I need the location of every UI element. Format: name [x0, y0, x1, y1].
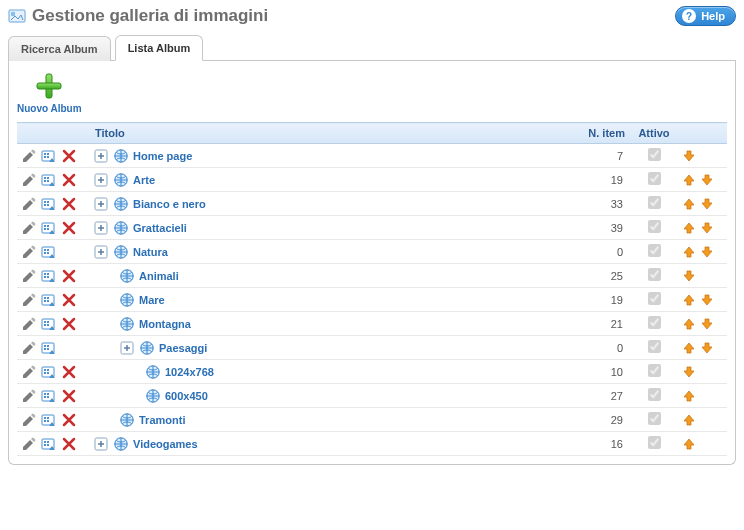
- expand-icon[interactable]: [93, 196, 109, 212]
- album-link[interactable]: Home page: [133, 150, 192, 162]
- table-row: 600x45027: [17, 384, 727, 408]
- properties-icon[interactable]: [41, 268, 57, 284]
- album-link[interactable]: Bianco e nero: [133, 198, 206, 210]
- properties-icon[interactable]: [41, 388, 57, 404]
- properties-icon[interactable]: [41, 364, 57, 380]
- expand-icon[interactable]: [119, 340, 135, 356]
- properties-icon[interactable]: [41, 292, 57, 308]
- move-up-icon[interactable]: [681, 316, 697, 332]
- delete-icon[interactable]: [61, 388, 77, 404]
- album-link[interactable]: Grattacieli: [133, 222, 187, 234]
- album-table: Titolo N. item Attivo Home page7Arte19Bi…: [17, 122, 727, 456]
- n-item-value: 19: [571, 288, 631, 312]
- expand-icon[interactable]: [93, 220, 109, 236]
- globe-icon: [113, 196, 129, 212]
- expand-icon[interactable]: [93, 244, 109, 260]
- tab-list-album[interactable]: Lista Album: [115, 35, 204, 61]
- album-link[interactable]: Tramonti: [139, 414, 185, 426]
- edit-icon[interactable]: [21, 340, 37, 356]
- edit-icon[interactable]: [21, 244, 37, 260]
- move-down-icon[interactable]: [681, 364, 697, 380]
- active-checkbox: [648, 292, 661, 305]
- new-album-label: Nuovo Album: [17, 103, 82, 114]
- edit-icon[interactable]: [21, 148, 37, 164]
- move-up-icon[interactable]: [681, 244, 697, 260]
- album-link[interactable]: Natura: [133, 246, 168, 258]
- move-up-icon[interactable]: [681, 412, 697, 428]
- delete-icon[interactable]: [61, 196, 77, 212]
- expand-icon[interactable]: [93, 148, 109, 164]
- move-down-icon[interactable]: [699, 340, 715, 356]
- table-row: Arte19: [17, 168, 727, 192]
- delete-icon[interactable]: [61, 316, 77, 332]
- col-arrows: [677, 123, 727, 144]
- move-down-icon[interactable]: [699, 292, 715, 308]
- help-button[interactable]: ? Help: [675, 6, 736, 26]
- delete-icon[interactable]: [61, 364, 77, 380]
- album-link[interactable]: Videogames: [133, 438, 198, 450]
- album-link[interactable]: Mare: [139, 294, 165, 306]
- move-down-icon[interactable]: [699, 172, 715, 188]
- album-link[interactable]: Montagna: [139, 318, 191, 330]
- col-actions: [17, 123, 89, 144]
- table-row: Tramonti29: [17, 408, 727, 432]
- edit-icon[interactable]: [21, 268, 37, 284]
- delete-icon[interactable]: [61, 220, 77, 236]
- delete-icon[interactable]: [61, 412, 77, 428]
- move-up-icon[interactable]: [681, 220, 697, 236]
- edit-icon[interactable]: [21, 196, 37, 212]
- album-link[interactable]: 600x450: [165, 390, 208, 402]
- delete-icon[interactable]: [61, 436, 77, 452]
- expand-icon[interactable]: [93, 172, 109, 188]
- move-down-icon[interactable]: [699, 316, 715, 332]
- edit-icon[interactable]: [21, 412, 37, 428]
- move-up-icon[interactable]: [681, 388, 697, 404]
- properties-icon[interactable]: [41, 172, 57, 188]
- delete-icon[interactable]: [61, 148, 77, 164]
- move-up-icon[interactable]: [681, 436, 697, 452]
- properties-icon[interactable]: [41, 244, 57, 260]
- delete-icon[interactable]: [61, 268, 77, 284]
- edit-icon[interactable]: [21, 436, 37, 452]
- move-down-icon[interactable]: [699, 220, 715, 236]
- col-active: Attivo: [631, 123, 677, 144]
- n-item-value: 10: [571, 360, 631, 384]
- n-item-value: 21: [571, 312, 631, 336]
- edit-icon[interactable]: [21, 220, 37, 236]
- properties-icon[interactable]: [41, 436, 57, 452]
- delete-icon[interactable]: [61, 172, 77, 188]
- properties-icon[interactable]: [41, 316, 57, 332]
- edit-icon[interactable]: [21, 364, 37, 380]
- edit-icon[interactable]: [21, 292, 37, 308]
- delete-icon[interactable]: [61, 292, 77, 308]
- move-up-icon[interactable]: [681, 172, 697, 188]
- move-up-icon[interactable]: [681, 292, 697, 308]
- album-link[interactable]: Arte: [133, 174, 155, 186]
- edit-icon[interactable]: [21, 172, 37, 188]
- edit-icon[interactable]: [21, 316, 37, 332]
- table-row: 1024x76810: [17, 360, 727, 384]
- album-link[interactable]: Paesaggi: [159, 342, 207, 354]
- new-album-button[interactable]: Nuovo Album: [17, 71, 82, 114]
- properties-icon[interactable]: [41, 148, 57, 164]
- active-checkbox: [648, 340, 661, 353]
- tab-search-album[interactable]: Ricerca Album: [8, 36, 111, 61]
- properties-icon[interactable]: [41, 220, 57, 236]
- album-link[interactable]: 1024x768: [165, 366, 214, 378]
- album-link[interactable]: Animali: [139, 270, 179, 282]
- globe-icon: [113, 172, 129, 188]
- active-checkbox: [648, 268, 661, 281]
- properties-icon[interactable]: [41, 196, 57, 212]
- move-down-icon[interactable]: [699, 196, 715, 212]
- move-up-icon[interactable]: [681, 340, 697, 356]
- properties-icon[interactable]: [41, 412, 57, 428]
- globe-icon: [113, 244, 129, 260]
- expand-icon[interactable]: [93, 436, 109, 452]
- move-down-icon[interactable]: [699, 244, 715, 260]
- move-down-icon[interactable]: [681, 148, 697, 164]
- properties-icon[interactable]: [41, 340, 57, 356]
- move-up-icon[interactable]: [681, 196, 697, 212]
- active-checkbox: [648, 148, 661, 161]
- move-down-icon[interactable]: [681, 268, 697, 284]
- edit-icon[interactable]: [21, 388, 37, 404]
